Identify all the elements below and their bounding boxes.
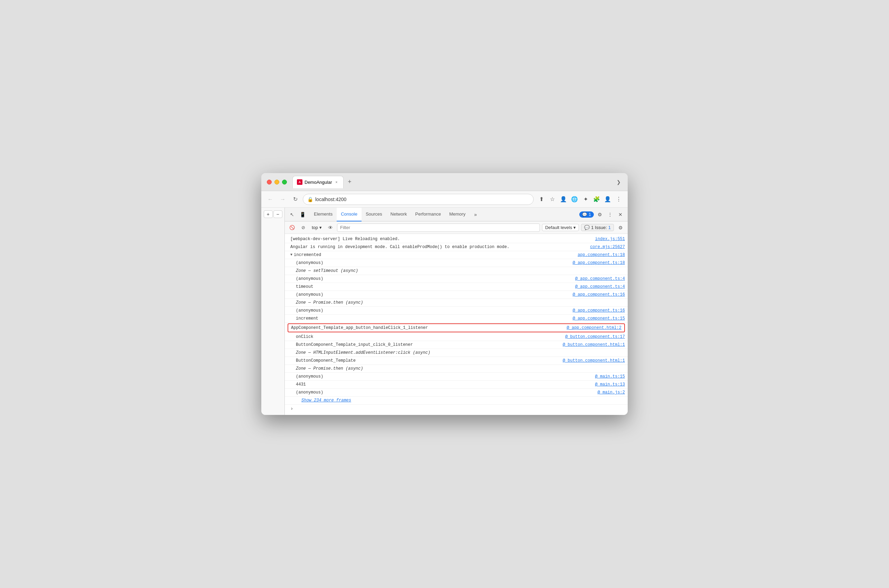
page-sidebar: + − [261, 208, 285, 415]
menu-icon[interactable]: ⋮ [614, 195, 623, 204]
console-toolbar: 🚫 ⊘ top ▾ 👁 Default levels ▾ 💬 1 Issue: … [285, 222, 628, 234]
console-output: [webpack-dev-server] Live Reloading enab… [285, 234, 628, 415]
console-line: (anonymous) @ app.component.ts:18 [285, 259, 628, 267]
tab-title: DemoAngular [305, 180, 332, 185]
copilot-icon[interactable]: ✦ [581, 195, 590, 204]
extensions-icon[interactable]: 🧩 [592, 195, 601, 204]
source-link[interactable]: @ app.component.ts:18 [573, 260, 625, 266]
browser-tab[interactable]: A DemoAngular × [293, 176, 344, 188]
console-prompt[interactable]: › [285, 405, 628, 413]
console-line: (anonymous) @ main.js:2 [285, 388, 628, 397]
source-link[interactable]: @ button.component.html:1 [563, 358, 625, 364]
console-line: 4431 @ main.ts:13 [285, 381, 628, 388]
address-input[interactable]: 🔒 localhost:4200 [303, 194, 534, 205]
devtools-panel: ↖ 📱 Elements Console Sources Network Per… [285, 208, 628, 415]
console-line: ▼ incremented app.component.ts:18 [285, 251, 628, 259]
zoom-out-button[interactable]: − [273, 210, 282, 218]
issue-icon: 💬 [584, 225, 590, 230]
browser-actions: ⬆ ☆ 👤 🌐 ✦ 🧩 👤 ⋮ [536, 195, 623, 204]
tab-memory[interactable]: Memory [445, 208, 470, 222]
source-link[interactable]: @ app.component.ts:4 [575, 276, 625, 282]
source-link[interactable]: @ button.component.ts:17 [565, 334, 625, 340]
console-line: increment @ app.component.ts:15 [285, 315, 628, 322]
extension-icon[interactable]: 👤 [559, 195, 568, 204]
execute-context-icon[interactable]: ⊘ [299, 223, 308, 232]
eye-icon[interactable]: 👁 [326, 223, 335, 232]
profile-icon[interactable]: 👤 [603, 195, 613, 204]
back-button[interactable]: ← [266, 195, 275, 204]
context-dropdown-icon: ▾ [319, 225, 322, 230]
filter-input[interactable] [337, 224, 540, 232]
url-display: localhost:4200 [315, 196, 346, 202]
console-line: (anonymous) @ app.component.ts:16 [285, 307, 628, 315]
prompt-arrow-icon: › [290, 406, 293, 411]
context-label: top [312, 225, 318, 230]
more-options-icon[interactable]: ⋮ [605, 210, 614, 219]
traffic-lights [267, 180, 287, 184]
source-link[interactable]: @ app.component.ts:16 [573, 292, 625, 298]
source-link[interactable]: app.component.ts:18 [578, 252, 625, 258]
console-line: ButtonComponent_Template_input_click_0_l… [285, 341, 628, 349]
chat-badge[interactable]: 💬 1 [579, 212, 594, 218]
new-tab-button[interactable]: + [345, 177, 354, 187]
context-selector[interactable]: top ▾ [310, 224, 324, 231]
tab-sources[interactable]: Sources [362, 208, 386, 222]
main-content: + − ↖ 📱 Elements Console Sources [261, 208, 628, 415]
default-levels-button[interactable]: Default levels ▾ [542, 224, 579, 231]
refresh-button[interactable]: ↻ [290, 195, 300, 204]
forward-button[interactable]: → [278, 195, 288, 204]
zoom-in-button[interactable]: + [264, 210, 273, 218]
address-bar: ← → ↻ 🔒 localhost:4200 ⬆ ☆ 👤 🌐 ✦ 🧩 👤 ⋮ [261, 191, 628, 208]
settings-icon[interactable]: ⚙ [595, 210, 604, 219]
source-link[interactable]: @ app.component.ts:4 [575, 284, 625, 290]
bookmark-icon[interactable]: ☆ [548, 195, 557, 204]
source-link[interactable]: @ button.component.html:1 [563, 342, 625, 348]
console-line: Zone — Promise.then (async) [285, 299, 628, 307]
tab-bar: A DemoAngular × + [293, 176, 613, 188]
source-link[interactable]: @ main.ts:13 [595, 381, 625, 388]
device-toolbar-icon[interactable]: 📱 [298, 210, 307, 219]
clear-console-icon[interactable]: 🚫 [288, 223, 297, 232]
source-link[interactable]: @ app.component.ts:15 [573, 315, 625, 322]
tab-network[interactable]: Network [386, 208, 411, 222]
tab-console[interactable]: Console [337, 208, 362, 222]
source-link[interactable]: @ app.component.ts:16 [573, 308, 625, 314]
show-more-frames-line: Show 234 more frames [285, 397, 628, 405]
issues-badge[interactable]: 💬 1 Issue: 1 [581, 224, 614, 231]
source-link[interactable]: @ main.ts:15 [595, 374, 625, 380]
title-bar: A DemoAngular × + ❯ [261, 173, 628, 191]
close-devtools-icon[interactable]: ✕ [616, 210, 625, 219]
chevron-down-icon[interactable]: ❯ [615, 178, 622, 186]
translate-icon[interactable]: 🌐 [570, 195, 579, 204]
source-link[interactable]: core.mjs:25627 [590, 244, 625, 250]
source-link[interactable]: @ app.component.html:2 [567, 325, 622, 331]
devtools-tabs: ↖ 📱 Elements Console Sources Network Per… [285, 208, 628, 222]
minimize-button[interactable] [275, 180, 279, 184]
console-line: timeout @ app.component.ts:4 [285, 283, 628, 291]
source-link[interactable]: @ main.js:2 [598, 389, 625, 396]
console-line: (anonymous) @ main.ts:15 [285, 373, 628, 381]
show-more-frames-link[interactable]: Show 234 more frames [302, 397, 351, 404]
tab-close-button[interactable]: × [334, 180, 339, 184]
inspect-element-icon[interactable]: ↖ [288, 210, 297, 219]
source-link[interactable]: index.js:551 [595, 236, 625, 242]
tab-elements[interactable]: Elements [310, 208, 337, 222]
console-line: Zone — Promise.then (async) [285, 365, 628, 373]
secure-icon: 🔒 [307, 196, 313, 202]
console-line: (anonymous) @ app.component.ts:4 [285, 275, 628, 283]
console-settings-icon[interactable]: ⚙ [616, 223, 625, 232]
close-button[interactable] [267, 180, 272, 184]
console-line: onClick @ button.component.ts:17 [285, 333, 628, 341]
devtools-tabs-right: 💬 1 ⚙ ⋮ ✕ [579, 210, 625, 219]
console-line: Zone — HTMLInputElement.addEventListener… [285, 349, 628, 357]
share-icon[interactable]: ⬆ [536, 195, 546, 204]
chat-icon: 💬 [582, 212, 587, 217]
maximize-button[interactable] [282, 180, 287, 184]
tab-performance[interactable]: Performance [411, 208, 445, 222]
levels-dropdown-icon: ▾ [574, 225, 576, 230]
console-line: Zone — setTimeout (async) [285, 267, 628, 275]
devtools-tab-icons: ↖ 📱 [288, 210, 307, 219]
zoom-controls: + − [264, 210, 282, 218]
more-tabs-icon[interactable]: » [471, 210, 480, 219]
expand-icon: ▼ [290, 252, 293, 258]
